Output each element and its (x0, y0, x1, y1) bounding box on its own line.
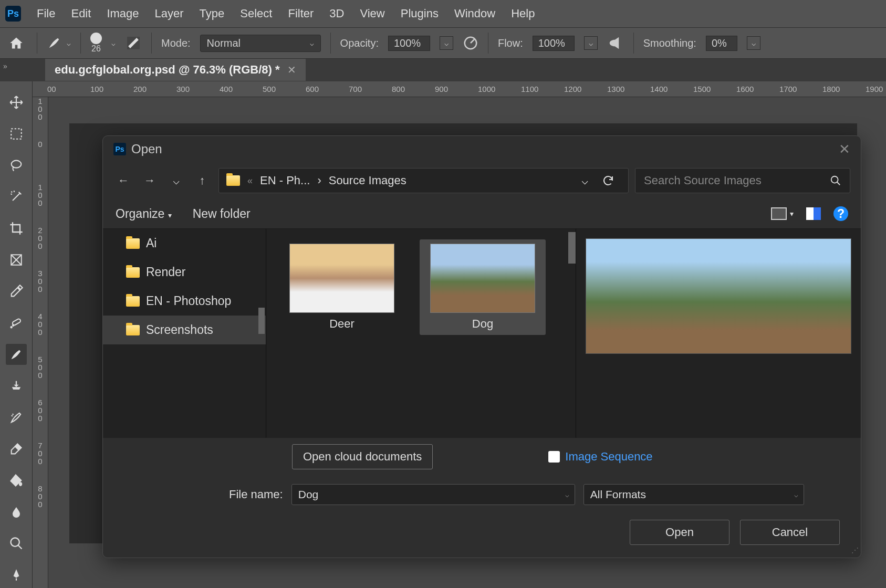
tree-scrollbar[interactable] (258, 308, 265, 334)
opacity-label: Opacity: (340, 37, 379, 49)
nav-back-button[interactable]: ← (113, 171, 133, 191)
brush-settings-button[interactable] (125, 35, 142, 51)
marquee-tool[interactable] (6, 123, 27, 144)
dialog-footer: Open cloud documents Image Sequence File… (103, 438, 861, 558)
zoom-tool[interactable] (6, 533, 27, 554)
crop-tool[interactable] (6, 218, 27, 239)
resize-grip[interactable]: ⋰ (851, 546, 858, 554)
brush-size-picker[interactable]: 26 (90, 33, 102, 54)
open-cloud-button[interactable]: Open cloud documents (292, 444, 433, 469)
mode-select[interactable]: Normal ⌵ (200, 35, 321, 52)
healing-brush-tool[interactable] (6, 312, 27, 333)
close-tab-icon[interactable]: ✕ (287, 64, 296, 76)
folder-icon (226, 175, 240, 186)
dialog-nav-bar: ← → ⌵ ↑ « EN - Ph... › Source Images ⌵ S… (103, 162, 861, 199)
help-button[interactable]: ? (833, 206, 848, 221)
frame-tool[interactable] (6, 249, 27, 270)
smoothing-input[interactable]: 0% (706, 36, 737, 51)
file-menu[interactable]: File (37, 7, 55, 20)
nav-forward-button[interactable]: → (140, 171, 160, 191)
file-scrollbar[interactable] (568, 232, 576, 264)
help-menu[interactable]: Help (511, 7, 535, 20)
filter-menu[interactable]: Filter (288, 7, 314, 20)
document-tab[interactable]: edu.gcfglobal.org.psd @ 76.3% (RGB/8) * … (45, 59, 306, 81)
clone-stamp-tool[interactable] (6, 375, 27, 396)
folder-tree: Ai Render EN - Photoshop Screenshots (103, 229, 266, 438)
file-item-deer[interactable]: Deer (279, 239, 405, 335)
view-mode-button[interactable]: ▾ (771, 207, 794, 220)
select-menu[interactable]: Select (240, 7, 272, 20)
svg-point-7 (11, 327, 12, 328)
preview-pane-button[interactable] (806, 207, 821, 220)
nav-recent-button[interactable]: ⌵ (166, 171, 186, 191)
paint-bucket-tool[interactable] (6, 470, 27, 491)
type-menu[interactable]: Type (200, 7, 225, 20)
file-thumbnail (289, 244, 394, 313)
search-input[interactable]: Search Source Images (635, 168, 850, 193)
blur-tool[interactable] (6, 501, 27, 522)
opacity-input[interactable]: 100% (388, 36, 430, 51)
breadcrumb-overflow[interactable]: « (247, 175, 253, 186)
history-brush-tool[interactable] (6, 407, 27, 428)
layer-menu[interactable]: Layer (155, 7, 184, 20)
refresh-button[interactable] (596, 174, 621, 187)
filename-input[interactable]: Dog ⌵ (291, 484, 575, 505)
move-tool[interactable] (6, 92, 27, 113)
chevron-down-icon[interactable]: ⌵ (565, 491, 569, 499)
new-folder-button[interactable]: New folder (193, 207, 251, 221)
home-button[interactable] (5, 32, 27, 54)
cancel-button[interactable]: Cancel (740, 520, 840, 545)
eyedropper-tool[interactable] (6, 281, 27, 302)
file-item-dog[interactable]: Dog (420, 239, 546, 335)
image-sequence-checkbox[interactable]: Image Sequence (548, 450, 652, 464)
address-dropdown-icon[interactable]: ⌵ (581, 174, 588, 187)
breadcrumb-part[interactable]: EN - Ph... (260, 174, 310, 187)
address-bar[interactable]: « EN - Ph... › Source Images ⌵ (218, 168, 629, 193)
3d-menu[interactable]: 3D (329, 7, 344, 20)
organize-menu[interactable]: Organize ▾ (116, 207, 172, 221)
opacity-flyout[interactable]: ⌵ (440, 36, 453, 50)
tree-item[interactable]: EN - Photoshop (103, 287, 266, 316)
separator (330, 33, 331, 54)
search-icon (830, 175, 841, 186)
mode-label: Mode: (161, 37, 191, 49)
preview-image (586, 238, 851, 354)
svg-point-9 (831, 176, 838, 183)
dialog-body: Ai Render EN - Photoshop Screenshots Dee… (103, 228, 861, 438)
smoothing-flyout[interactable]: ⌵ (747, 36, 760, 50)
flow-flyout[interactable]: ⌵ (584, 36, 598, 50)
dialog-toolbar: Organize ▾ New folder ▾ ? (103, 199, 861, 228)
pen-tool[interactable] (6, 564, 27, 585)
nav-up-button[interactable]: ↑ (192, 171, 212, 191)
chevron-down-icon[interactable]: ⌵ (111, 39, 116, 47)
brush-tool[interactable] (6, 344, 27, 365)
dialog-title: Open (131, 142, 162, 156)
airbrush-button[interactable] (607, 35, 624, 51)
separator (151, 33, 152, 54)
pressure-opacity-button[interactable] (463, 35, 478, 51)
image-menu[interactable]: Image (107, 7, 139, 20)
chevron-down-icon[interactable]: ⌵ (794, 491, 798, 499)
window-menu[interactable]: Window (454, 7, 495, 20)
eraser-tool[interactable] (6, 438, 27, 459)
document-tab-title: edu.gcfglobal.org.psd @ 76.3% (RGB/8) * (55, 63, 280, 77)
close-dialog-button[interactable]: ✕ (839, 141, 850, 158)
collapse-panels-icon[interactable]: » (3, 62, 7, 70)
magic-wand-tool[interactable] (6, 186, 27, 207)
tool-preset-picker[interactable]: ⌵ (47, 36, 71, 50)
lasso-tool[interactable] (6, 155, 27, 176)
svg-rect-2 (11, 129, 22, 139)
tree-item[interactable]: Screenshots (103, 316, 266, 344)
view-menu[interactable]: View (360, 7, 384, 20)
preview-pane (576, 229, 861, 438)
edit-menu[interactable]: Edit (71, 7, 91, 20)
tree-item[interactable]: Ai (103, 229, 266, 258)
flow-label: Flow: (498, 37, 523, 49)
tree-item[interactable]: Render (103, 258, 266, 287)
breadcrumb-part[interactable]: Source Images (329, 174, 406, 187)
plugins-menu[interactable]: Plugins (401, 7, 439, 20)
vertical-ruler: 1 0 001 0 02 0 03 0 04 0 05 0 06 0 07 0 … (33, 97, 48, 588)
open-button[interactable]: Open (630, 520, 729, 545)
flow-input[interactable]: 100% (533, 36, 575, 51)
format-select[interactable]: All Formats ⌵ (583, 484, 804, 505)
